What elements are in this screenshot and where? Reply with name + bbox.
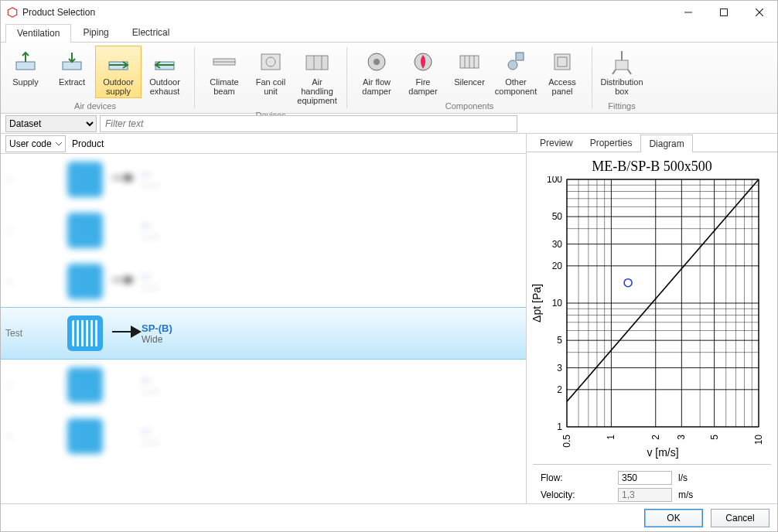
svg-text:1: 1 bbox=[557, 421, 562, 432]
svg-rect-13 bbox=[306, 56, 328, 70]
svg-marker-34 bbox=[126, 275, 134, 285]
ribbon-label: Accesspanel bbox=[548, 77, 575, 96]
ribbon-label: Outdoorsupply bbox=[103, 77, 134, 96]
list-item[interactable]: ··· ·········· bbox=[1, 360, 526, 411]
ribbon-label: Firedamper bbox=[408, 77, 437, 96]
filter-input[interactable] bbox=[100, 115, 517, 132]
ribbon-fire-damper[interactable]: Firedamper bbox=[400, 46, 446, 98]
list-item[interactable]: ··· ·········· bbox=[1, 205, 526, 256]
svg-rect-5 bbox=[16, 62, 35, 70]
ribbon-airflow-damper[interactable]: Air flowdamper bbox=[353, 46, 400, 98]
flow-label: Flow: bbox=[541, 472, 618, 483]
dataset-select[interactable]: Dataset bbox=[5, 115, 97, 132]
outdoor-supply-icon bbox=[104, 48, 132, 76]
chevron-down-icon bbox=[56, 141, 62, 147]
ribbon-label: Supply bbox=[12, 77, 39, 87]
product-header: Product bbox=[72, 138, 104, 149]
minimize-button[interactable] bbox=[671, 1, 706, 24]
ribbon-supply[interactable]: Supply bbox=[2, 46, 49, 89]
usercode-label: User code bbox=[9, 138, 52, 149]
svg-text:0.5: 0.5 bbox=[561, 435, 572, 448]
svg-rect-25 bbox=[554, 54, 570, 70]
list-item[interactable]: ··· ·········· bbox=[1, 154, 526, 205]
svg-text:30: 30 bbox=[552, 239, 563, 250]
ribbon-other-comp[interactable]: Othercomponent bbox=[493, 46, 539, 98]
tab-piping[interactable]: Piping bbox=[71, 23, 120, 42]
maximize-button[interactable] bbox=[706, 1, 742, 24]
velocity-input bbox=[618, 488, 672, 502]
usercode-dropdown[interactable]: User code bbox=[5, 135, 66, 152]
ribbon-access-panel[interactable]: Accesspanel bbox=[539, 46, 585, 98]
ribbon-distribution-box[interactable]: Distributionbox bbox=[599, 46, 645, 98]
cancel-button[interactable]: Cancel bbox=[711, 509, 769, 527]
footer: OK Cancel bbox=[1, 503, 777, 531]
ribbon-group-label: Air devices bbox=[1, 101, 189, 113]
app-icon bbox=[7, 7, 18, 18]
other-comp-icon bbox=[502, 48, 530, 76]
svg-text:5: 5 bbox=[557, 335, 562, 346]
list-item-selected[interactable]: Test SP-(B) Wide ME-B/SP-B 500x500 ▼ bbox=[1, 307, 526, 360]
close-button[interactable] bbox=[742, 1, 777, 24]
tab-ventilation[interactable]: Ventilation bbox=[5, 24, 71, 43]
list-item[interactable]: ··· ·········· bbox=[1, 256, 526, 307]
ribbon-silencer[interactable]: Silencer bbox=[446, 46, 493, 89]
distribution-box-icon bbox=[608, 48, 636, 76]
ribbon-label: Silencer bbox=[454, 77, 485, 87]
flow-input[interactable] bbox=[618, 471, 672, 485]
list-item[interactable]: ··· ·········· bbox=[1, 411, 526, 462]
ahu-icon bbox=[303, 48, 331, 76]
access-panel-icon bbox=[548, 48, 576, 76]
outdoor-exhaust-icon bbox=[151, 48, 179, 76]
fire-damper-icon bbox=[409, 48, 437, 76]
svg-marker-32 bbox=[126, 173, 134, 182]
velocity-label: Velocity: bbox=[541, 489, 618, 500]
ribbon-label: Fan coilunit bbox=[256, 77, 286, 96]
product-thumbnail bbox=[67, 315, 103, 351]
ribbon-ahu[interactable]: Air handlingequipment bbox=[294, 46, 340, 107]
svg-line-29 bbox=[613, 70, 616, 74]
ribbon-label: Distributionbox bbox=[600, 77, 643, 96]
fan-coil-icon bbox=[257, 48, 285, 76]
ribbon-label: Outdoorexhaust bbox=[149, 77, 180, 96]
tab-diagram[interactable]: Diagram bbox=[640, 135, 692, 152]
titlebar: Product Selection bbox=[1, 1, 777, 24]
extract-icon bbox=[58, 48, 86, 76]
ribbon-outdoor-supply[interactable]: Outdoorsupply bbox=[95, 46, 142, 98]
tab-electrical[interactable]: Electrical bbox=[121, 23, 182, 42]
ribbon-label: Air flowdamper bbox=[362, 77, 391, 96]
product-list[interactable]: ··· ·········· ··· ·········· ··· ······… bbox=[1, 154, 526, 503]
svg-text:10: 10 bbox=[552, 298, 563, 309]
silencer-icon bbox=[456, 48, 483, 76]
svg-text:3: 3 bbox=[557, 363, 562, 373]
ribbon-label: Air handlingequipment bbox=[296, 77, 338, 105]
diagram-chart: 0.5123510123510203050100v [m/s]Δpt [Pa] bbox=[530, 176, 769, 459]
tab-preview[interactable]: Preview bbox=[531, 134, 582, 152]
ok-button[interactable]: OK bbox=[644, 509, 703, 527]
arrow-icon bbox=[111, 324, 142, 343]
product-title: SP-(B) bbox=[142, 322, 172, 334]
right-tabs: Preview Properties Diagram bbox=[527, 134, 777, 152]
ribbon-climate-beam[interactable]: Climatebeam bbox=[201, 46, 247, 98]
chart-title: ME-B/SP-B 500x500 bbox=[530, 159, 774, 175]
svg-marker-0 bbox=[8, 8, 16, 17]
filter-bar: Dataset bbox=[1, 114, 777, 134]
supply-icon bbox=[12, 48, 39, 76]
ribbon-fan-coil[interactable]: Fan coilunit bbox=[247, 46, 294, 98]
ribbon-label: Climatebeam bbox=[210, 77, 238, 96]
svg-text:100: 100 bbox=[547, 176, 562, 185]
ribbon: SupplyExtractOutdoorsupplyOutdoorexhaust… bbox=[1, 43, 777, 114]
selected-group: Test bbox=[5, 328, 67, 339]
window-title: Product Selection bbox=[22, 7, 95, 18]
svg-rect-11 bbox=[261, 54, 280, 70]
svg-text:50: 50 bbox=[552, 211, 563, 222]
ribbon-extract[interactable]: Extract bbox=[49, 46, 95, 89]
svg-rect-27 bbox=[616, 60, 628, 70]
tab-properties[interactable]: Properties bbox=[582, 134, 641, 152]
ribbon-label: Extract bbox=[59, 77, 85, 87]
ribbon-outdoor-exhaust[interactable]: Outdoorexhaust bbox=[142, 46, 188, 98]
svg-marker-36 bbox=[131, 326, 142, 338]
ribbon-group-label: Components bbox=[352, 101, 587, 113]
svg-text:2: 2 bbox=[557, 384, 562, 395]
svg-text:Δpt [Pa]: Δpt [Pa] bbox=[531, 284, 543, 322]
climate-beam-icon bbox=[210, 48, 238, 76]
